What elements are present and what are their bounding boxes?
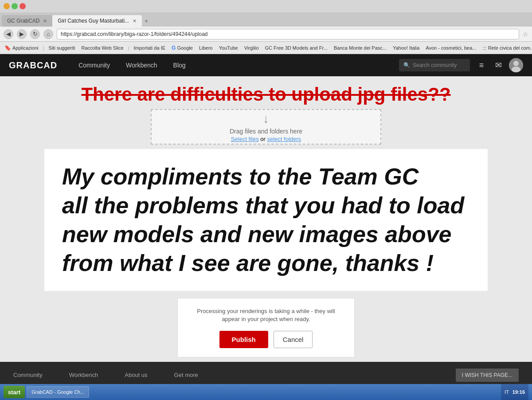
bookmark-icon: 🔖 <box>4 45 11 51</box>
bookmark-ie[interactable]: Importati da IE <box>132 44 168 51</box>
message-line3: new models and new images above <box>62 221 452 247</box>
footer-about[interactable]: About us <box>125 372 147 378</box>
menu-icon[interactable]: ≡ <box>475 59 488 71</box>
select-folders-link[interactable]: select folders <box>267 136 301 142</box>
bookmark-star-icon[interactable]: ☆ <box>523 31 528 38</box>
nav-blog[interactable]: Blog <box>165 54 194 76</box>
grabcad-logo[interactable]: GRABCAD <box>9 60 57 71</box>
search-box[interactable]: 🔍 Search community <box>399 59 470 71</box>
title-bar <box>0 0 532 12</box>
refresh-btn[interactable]: ↻ <box>30 29 40 39</box>
btn-row: Publish Cancel <box>191 331 341 348</box>
bookmarks-bar: 🔖 Applicazioni | Siti suggeriti Raccolta… <box>0 42 532 54</box>
address-bar: ◀ ▶ ↻ ⌂ https://grabcad.com/library/biga… <box>0 27 532 42</box>
upload-or-text: or <box>260 136 267 142</box>
search-icon: 🔍 <box>403 62 410 68</box>
bookmark-raccolta[interactable]: Raccolta Web Slice <box>79 44 125 51</box>
tab-label: Girl Catches Guy Masturbati... <box>58 18 129 24</box>
nav-icons: ≡ ✉ <box>475 58 523 72</box>
tab-close-icon[interactable]: ✕ <box>43 18 47 24</box>
tab-label: GC GrabCAD <box>7 18 39 24</box>
tray-time: 19:16 <box>512 389 525 395</box>
footer-workbench[interactable]: Workbench <box>69 372 98 378</box>
bookmark-youtube[interactable]: YouTube <box>217 44 239 51</box>
grabcad-navbar: GRABCAD Community Workbench Blog 🔍 Searc… <box>0 54 532 76</box>
message-text: My compliments to the Team GC all the pr… <box>62 162 470 278</box>
bookmark-banca[interactable]: Banca Monte dei Pasc... <box>332 44 388 51</box>
message-box: My compliments to the Team GC all the pr… <box>44 149 488 291</box>
system-tray: IT 19:16 <box>501 384 528 400</box>
new-tab-btn[interactable]: + <box>142 15 151 27</box>
avatar-image <box>509 58 523 72</box>
message-line4: from what I see are gone, thanks ! <box>62 250 434 276</box>
bookmark-google[interactable]: G Google <box>170 44 195 52</box>
nav-community[interactable]: Community <box>70 54 118 76</box>
tab-close-icon2[interactable]: ✕ <box>133 18 137 24</box>
nav-workbench[interactable]: Workbench <box>118 54 165 76</box>
upload-area: ↓ Drag files and folders here Select fil… <box>151 109 381 145</box>
bookmark-yahoo[interactable]: Yahoo! Italia <box>391 44 421 51</box>
close-btn[interactable] <box>20 3 26 9</box>
wish-page-button[interactable]: I WISH THIS PAGE... <box>456 369 519 382</box>
back-btn[interactable]: ◀ <box>4 29 13 39</box>
bookmark-libero[interactable]: Libero <box>197 44 215 51</box>
svg-point-1 <box>513 61 519 66</box>
processing-text: Processing your renderings is taking a w… <box>191 307 341 323</box>
processing-notice: Processing your renderings is taking a w… <box>177 298 355 357</box>
tray-lang: IT <box>505 389 509 395</box>
bookmark-gc[interactable]: GC Free 3D Models and Fr... <box>263 44 329 51</box>
bookmark-avon[interactable]: Avon - cosmetici, bea... <box>424 44 478 51</box>
tab-grabcad[interactable]: GC GrabCAD ✕ <box>2 15 52 27</box>
message-line2: all the problems that you had to load <box>62 192 464 218</box>
footer-getmore[interactable]: Get more <box>174 372 198 378</box>
separator: | <box>43 45 44 51</box>
select-files-link[interactable]: Select files <box>231 136 259 142</box>
publish-button[interactable]: Publish <box>219 331 268 348</box>
taskbar: start GrabCAD - Google Ch... IT 19:16 <box>0 384 532 400</box>
message-line1: My compliments to the Team GC <box>62 164 419 189</box>
url-field[interactable]: https://grabcad.com/library/biga-razor-1… <box>57 29 519 39</box>
cancel-button[interactable]: Cancel <box>274 331 313 348</box>
strikethrough-heading: There are difficulties to upload jpg fil… <box>0 76 532 109</box>
main-content: There are difficulties to upload jpg fil… <box>0 76 532 388</box>
browser-chrome: GC GrabCAD ✕ Girl Catches Guy Masturbati… <box>0 0 532 54</box>
search-placeholder: Search community <box>413 62 457 68</box>
taskbar-window[interactable]: GrabCAD - Google Ch... <box>27 386 89 398</box>
upload-icon: ↓ <box>263 112 269 126</box>
google-icon: G <box>172 45 176 51</box>
minimize-btn[interactable] <box>4 3 10 9</box>
home-btn[interactable]: ⌂ <box>43 29 53 39</box>
user-avatar[interactable] <box>509 58 523 72</box>
tab-girl[interactable]: Girl Catches Guy Masturbati... ✕ <box>52 15 142 27</box>
bookmark-applicazioni[interactable]: 🔖 Applicazioni <box>3 44 40 52</box>
upload-links: Select files or select folders <box>231 136 301 142</box>
tab-bar: GC GrabCAD ✕ Girl Catches Guy Masturbati… <box>0 12 532 27</box>
separator2: | <box>128 45 129 51</box>
drag-text: Drag files and folders here <box>230 128 302 135</box>
maximize-btn[interactable] <box>12 3 18 9</box>
footer-community[interactable]: Community <box>13 372 43 378</box>
bookmark-siti[interactable]: Siti suggeriti <box>47 44 77 51</box>
forward-btn[interactable]: ▶ <box>17 29 27 39</box>
start-button[interactable]: start <box>4 386 25 398</box>
mail-icon[interactable]: ✉ <box>492 59 505 71</box>
bookmark-virgilio[interactable]: Virgilio <box>243 44 261 51</box>
bookmark-rete[interactable]: ::: Rete civica del com... <box>481 44 532 51</box>
